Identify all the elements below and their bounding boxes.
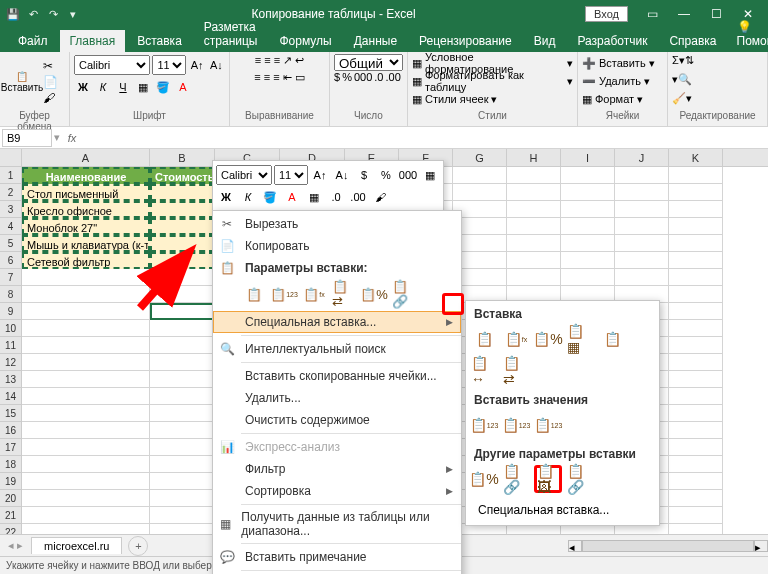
underline-button[interactable]: Ч — [114, 78, 132, 96]
cell[interactable] — [507, 252, 561, 269]
cell[interactable] — [669, 422, 723, 439]
cell[interactable] — [669, 507, 723, 524]
cell[interactable] — [150, 456, 215, 473]
cell[interactable] — [150, 269, 215, 286]
comma-icon[interactable]: 000 — [354, 71, 372, 88]
cell[interactable] — [669, 252, 723, 269]
cell[interactable] — [615, 218, 669, 235]
cell[interactable] — [669, 490, 723, 507]
cell[interactable] — [615, 201, 669, 218]
mini-dec-right-icon[interactable]: .00 — [348, 187, 368, 207]
row-header[interactable]: 3 — [0, 201, 22, 218]
tab-review[interactable]: Рецензирование — [409, 30, 522, 52]
align-center-icon[interactable]: ≡ — [264, 71, 270, 88]
undo-icon[interactable]: ↶ — [24, 5, 42, 23]
sub-paste-formulas-number-icon[interactable]: 📋% — [534, 325, 562, 353]
align-bottom-icon[interactable]: ≡ — [274, 54, 280, 71]
cell[interactable] — [150, 252, 215, 269]
mini-font-color-icon[interactable]: A — [282, 187, 302, 207]
cell[interactable] — [561, 218, 615, 235]
format-as-table[interactable]: ▦ Форматировать как таблицу ▾ — [412, 72, 573, 90]
col-header-I[interactable]: I — [561, 149, 615, 166]
mini-format-painter-icon[interactable]: 🖌 — [370, 187, 390, 207]
row-header[interactable]: 8 — [0, 286, 22, 303]
mini-size-select[interactable]: 11 — [274, 165, 308, 185]
col-header-G[interactable]: G — [453, 149, 507, 166]
sheet-nav-prev[interactable]: ◂ ▸ — [0, 539, 31, 552]
merge-icon[interactable]: ▭ — [295, 71, 305, 88]
cell[interactable] — [615, 269, 669, 286]
hscroll-left[interactable]: ◂ — [568, 540, 582, 552]
paste-link-icon[interactable]: 📋🔗 — [391, 281, 417, 307]
sub-paste-link2-icon[interactable]: 📋🔗 — [502, 465, 530, 493]
autosum-icon[interactable]: Σ▾ — [672, 54, 685, 71]
align-top-icon[interactable]: ≡ — [255, 54, 261, 71]
mini-bold-button[interactable]: Ж — [216, 187, 236, 207]
row-header[interactable]: 20 — [0, 490, 22, 507]
insert-cells[interactable]: ➕ Вставить ▾ — [582, 54, 663, 72]
border-icon[interactable]: ▦ — [134, 78, 152, 96]
row-header[interactable]: 9 — [0, 303, 22, 320]
mini-dec-left-icon[interactable]: .0 — [326, 187, 346, 207]
format-cells-menu[interactable]: ▦ Формат ▾ — [582, 90, 663, 108]
hscroll-right[interactable]: ▸ — [754, 540, 768, 552]
cell[interactable] — [22, 337, 150, 354]
cell[interactable] — [669, 337, 723, 354]
copy-icon[interactable]: 📄 — [43, 75, 58, 89]
cell[interactable]: Сетевой фильтр — [22, 252, 150, 269]
cell[interactable] — [22, 405, 150, 422]
row-header[interactable]: 16 — [0, 422, 22, 439]
cell[interactable] — [22, 354, 150, 371]
tab-insert[interactable]: Вставка — [127, 30, 192, 52]
cell[interactable] — [669, 320, 723, 337]
sub-paste-keep-source-icon[interactable]: 📋▦ — [566, 325, 594, 353]
grow-font-icon[interactable]: A↑ — [188, 56, 205, 74]
paste-formatting-icon[interactable]: 📋% — [361, 281, 387, 307]
sub-paste-column-width-icon[interactable]: 📋↔ — [470, 357, 498, 385]
cut-icon[interactable]: ✂ — [43, 59, 58, 73]
cell[interactable] — [150, 524, 215, 534]
cell[interactable] — [150, 371, 215, 388]
paste-transpose-icon[interactable]: 📋⇄ — [331, 281, 357, 307]
cell[interactable] — [150, 286, 215, 303]
sub-paste-no-borders-icon[interactable]: 📋 — [598, 325, 626, 353]
tab-page-layout[interactable]: Разметка страницы — [194, 16, 268, 52]
clear-icon[interactable]: 🧹▾ — [672, 92, 692, 109]
col-header-B[interactable]: B — [150, 149, 215, 166]
row-header[interactable]: 22 — [0, 524, 22, 534]
cell[interactable] — [561, 201, 615, 218]
cell[interactable] — [150, 507, 215, 524]
percent-icon[interactable]: % — [342, 71, 352, 88]
mini-percent-icon[interactable]: % — [376, 165, 396, 185]
tab-home[interactable]: Главная — [60, 30, 126, 52]
sub-paste-picture-icon[interactable]: 📋🖼 — [534, 465, 562, 493]
orientation-icon[interactable]: ↗ — [283, 54, 292, 71]
cell[interactable] — [669, 235, 723, 252]
cell[interactable] — [507, 235, 561, 252]
row-header[interactable]: 11 — [0, 337, 22, 354]
cell[interactable] — [669, 184, 723, 201]
save-icon[interactable]: 💾 — [4, 5, 22, 23]
cell[interactable] — [669, 524, 723, 534]
cell[interactable] — [669, 269, 723, 286]
cell[interactable] — [150, 201, 215, 218]
cell[interactable]: Моноблок 27" — [22, 218, 150, 235]
sub-paste-transpose-icon[interactable]: 📋⇄ — [502, 357, 530, 385]
mini-font-select[interactable]: Calibri — [216, 165, 272, 185]
select-all-corner[interactable] — [0, 149, 22, 166]
cell[interactable] — [150, 473, 215, 490]
paste-values-icon[interactable]: 📋123 — [271, 281, 297, 307]
sort-filter-icon[interactable]: ⇅ — [685, 54, 694, 71]
mini-border2-icon[interactable]: ▦ — [304, 187, 324, 207]
row-header[interactable]: 13 — [0, 371, 22, 388]
cell[interactable] — [669, 218, 723, 235]
menu-cut[interactable]: ✂Вырезать — [213, 213, 461, 235]
bold-button[interactable]: Ж — [74, 78, 92, 96]
menu-paste-special[interactable]: Специальная вставка...▶ — [213, 311, 461, 333]
ribbon-options-icon[interactable]: ▭ — [636, 0, 668, 28]
row-header[interactable]: 1 — [0, 167, 22, 184]
cell[interactable]: Стоимость, — [150, 167, 215, 184]
mini-fill-color-icon[interactable]: 🪣 — [260, 187, 280, 207]
align-right-icon[interactable]: ≡ — [273, 71, 279, 88]
cell[interactable] — [22, 388, 150, 405]
